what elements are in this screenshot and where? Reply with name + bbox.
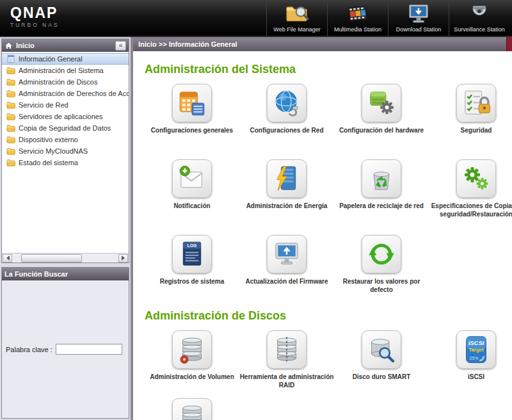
tile-label: Registros de sistema [160,277,225,286]
sidebar-item-administracion-sistema[interactable]: Administración del Sistema [2,65,129,76]
station-label: Surveillance Station [454,26,505,33]
app-tile-disco-smart[interactable]: Disco duro SMART [334,330,429,396]
app-tile-seguridad[interactable]: Seguridad [429,84,512,149]
search-body: Palabra clave : [2,280,129,418]
tile-label: Papelera de reciclaje de red [339,202,424,210]
folder-icon [6,147,15,156]
sidebar: Inicio « Información General Administrac… [0,37,133,420]
tile-label: Administración de Energía [246,202,328,210]
station-download[interactable]: Download Station [388,0,449,36]
tile-label: Configuración del hardware [339,126,424,134]
sidebar-item-label: Administración del Sistema [19,67,104,74]
tile-label: Configuraciones generales [151,126,233,134]
security-icon [456,84,496,122]
home-icon [4,42,13,50]
sidebar-item-dispositivo-externo[interactable]: Dispositivo externo [2,134,129,145]
tile-label: iSCSI [468,373,484,381]
horizontal-scrollbar[interactable] [2,253,129,262]
tile-label: Seguridad [461,126,492,134]
breadcrumb-bar: Inicio >> Información General [133,37,512,51]
station-multimedia[interactable]: Multimedia Station [327,0,388,36]
main-area: Inicio >> Información General Administra… [133,37,512,420]
scroll-right-button[interactable] [118,254,128,262]
app-tile-actualizacion-firmware[interactable]: Actualización del Firmware [239,235,334,300]
station-label: Web File Manager [273,26,320,33]
brand-block: QNAP TURBO NAS [0,0,60,36]
scroll-left-button[interactable] [3,254,12,262]
sidebar-item-derechos-acceso[interactable]: Administración de Derechos de Acceso [2,88,129,99]
section-title-sistema: Administración del Sistema [145,63,512,76]
sidebar-item-administracion-discos[interactable]: Administración de Discos [2,76,129,88]
arrow-left-icon [4,255,10,261]
backup-restore-icon [456,159,496,198]
app-tile-configuraciones-red[interactable]: Configuraciones de Red [239,84,334,149]
station-shortcuts: Web File Manager Multimedia Station [266,0,509,36]
disk-smart-icon [362,330,401,369]
section-title-discos: Administración de Discos [145,309,512,323]
main-content: Administración del Sistema [133,51,512,420]
sidebar-item-label: Información General [19,55,83,63]
app-tile-administracion-volumen[interactable]: Administración de Volumen [145,330,239,396]
disk-admin-grid: Administración de Volumen Herramienta de… [145,330,512,396]
system-logs-icon: LOG [172,235,212,273]
system-admin-grid: Configuraciones generales Configu [145,84,512,300]
general-settings-icon [172,84,212,122]
app-tile-registros-sistema[interactable]: LOG Registros de sistema [145,235,239,300]
tile-label: Actualización del Firmware [246,277,328,286]
scrollbar-track[interactable] [13,254,118,262]
app-tile-administracion-energia[interactable]: Administración de Energía [239,159,334,225]
folder-icon [6,66,15,75]
collapse-sidebar-button[interactable]: « [115,41,126,51]
app-tile-herramienta-raid[interactable]: Herramienta de administración RAID [239,330,334,396]
station-web-file-manager[interactable]: Web File Manager [266,0,327,36]
folder-icon [6,112,15,121]
sidebar-title: Inicio [16,42,35,49]
folder-icon [6,158,15,167]
sidebar-item-label: Estado del sistema [19,159,78,166]
turbo-nas-tagline: TURBO NAS [10,22,60,28]
app-tile-copia-seguridad-restauracion[interactable]: Especificaciones de Copia de seguridad/R… [429,159,512,225]
network-settings-icon [267,84,307,122]
navigation-panel: Inicio « Información General Administrac… [1,38,129,263]
sidebar-item-servicio-red[interactable]: Servicio de Red [2,99,129,111]
network-recycle-bin-icon [362,159,401,198]
tile-label: Especificaciones de Copia de seguridad/R… [429,202,512,218]
tile-label: Herramienta de administración RAID [239,373,334,389]
sidebar-item-servidores-aplicaciones[interactable]: Servidores de aplicaciones [2,111,129,122]
firmware-update-icon [267,235,307,273]
partial-grid [145,398,512,420]
svg-text:Target: Target [469,347,484,353]
sidebar-item-copia-seguridad[interactable]: Copia de Seguridad de Datos [2,122,129,134]
sidebar-item-label: Copia de Seguridad de Datos [19,124,111,132]
tile-label: Configuraciones de Red [250,126,323,134]
disks-icon [172,398,212,420]
app-tile-papelera-reciclaje[interactable]: Papelera de reciclaje de red [334,159,429,225]
app-tile-configuraciones-generales[interactable]: Configuraciones generales [145,84,239,149]
svg-text:iSCSI: iSCSI [468,339,484,346]
tile-label: Restaurar los valores por defecto [334,277,429,294]
sidebar-item-estado-sistema[interactable]: Estado del sistema [2,157,129,168]
folder-icon [6,101,15,109]
breadcrumb: Inicio >> Información General [138,40,237,48]
folder-icon [6,77,15,86]
app-tile-configuracion-hardware[interactable]: Configuración del hardware [334,84,429,149]
sidebar-item-mycloudnas[interactable]: Servicio MyCloudNAS [2,145,129,157]
sidebar-header: Inicio « [2,39,129,52]
restore-defaults-icon [362,235,401,273]
app-tile-restaurar-valores[interactable]: Restaurar los valores por defecto [334,235,429,300]
tile-label: Notificación [173,202,210,210]
keyword-input[interactable] [56,344,122,355]
station-surveillance[interactable]: Surveillance Station [449,0,509,36]
content-area: Inicio « Información General Administrac… [0,37,512,420]
panel-handle[interactable] [506,37,512,51]
app-tile-partial[interactable] [145,398,239,420]
sidebar-item-informacion-general[interactable]: Información General [2,53,129,65]
scrollbar-thumb[interactable] [21,254,82,262]
keyword-label: Palabra clave : [6,346,52,353]
app-tile-iscsi[interactable]: iSCSI Target 25% iSCSI [429,330,512,396]
hardware-config-icon [362,84,401,122]
power-management-icon [267,159,307,198]
folder-icon [6,135,15,144]
notification-icon [172,159,212,198]
app-tile-notificacion[interactable]: Notificación [145,159,239,225]
